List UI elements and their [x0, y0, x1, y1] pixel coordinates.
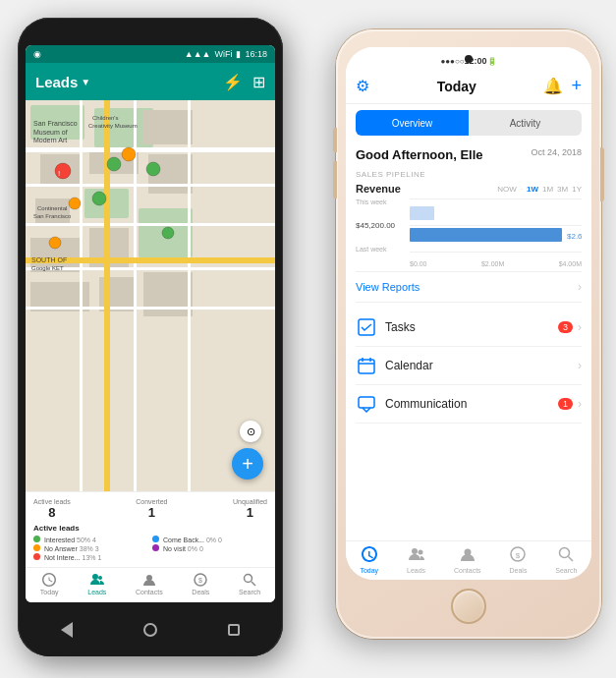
android-time: 16:18 — [245, 49, 267, 59]
tasks-list-item[interactable]: Tasks 3 › — [356, 309, 582, 347]
noanswer-label: No Answer — [44, 545, 78, 552]
calendar-icon — [356, 355, 377, 376]
activity-label: Activity — [510, 118, 541, 129]
ios-leads-label: Leads — [407, 567, 425, 574]
unqualified-stat: Unqualified 1 — [233, 498, 267, 520]
period-now[interactable]: NOW — [497, 185, 517, 194]
android-wifi-icon: WiFi — [214, 49, 232, 59]
svg-point-37 — [92, 192, 106, 205]
ios-phone: ●●●○○ 12:00 🔋 ⚙ Today 🔔 + Overview Acti — [336, 29, 601, 639]
notinterested-label: Not Intere... — [44, 554, 81, 561]
ios-vol-up-button[interactable] — [333, 128, 337, 152]
calendar-list-item[interactable]: Calendar › — [356, 347, 582, 385]
plus-icon[interactable]: + — [571, 76, 582, 96]
notinterested-percent: 13% 1 — [82, 554, 101, 561]
android-stats: Active leads 8 Converted 1 Unqualified 1… — [26, 491, 275, 567]
ios-vol-down-button[interactable] — [333, 161, 337, 198]
bell-icon[interactable]: 🔔 — [543, 77, 563, 95]
home-button[interactable] — [140, 619, 161, 641]
x-label-2m: $2.00M — [481, 260, 504, 267]
novisit-percent: 0% 0 — [188, 545, 203, 552]
active-leads-label: Active leads — [33, 498, 71, 505]
calendar-chevron: › — [578, 359, 582, 372]
period-selector: NOW · 1W 1M 3M 1Y — [497, 185, 582, 194]
contacts-tab-label: Contacts — [136, 589, 163, 595]
ios-carrier: ●●●○○ — [440, 57, 464, 66]
android-status-right: ▲▲▲ WiFi ▮ 16:18 — [185, 49, 267, 59]
communication-list-item[interactable]: Communication 1 › — [356, 385, 582, 424]
converted-label: Converted — [136, 498, 167, 505]
ios-power-button[interactable] — [600, 147, 604, 201]
svg-rect-20 — [80, 100, 83, 491]
ios-tab-today[interactable]: Today — [360, 546, 378, 577]
svg-text:San Francisco: San Francisco — [33, 120, 78, 127]
svg-point-35 — [107, 157, 121, 171]
x-axis-labels: $0.00 $2.00M $4.00M — [410, 260, 582, 267]
communication-icon — [356, 393, 377, 415]
ios-tab-leads[interactable]: Leads — [407, 546, 425, 577]
svg-point-43 — [92, 574, 98, 580]
svg-line-65 — [569, 557, 574, 562]
period-1w[interactable]: 1W — [527, 185, 538, 194]
map-compass-button[interactable]: ⊙ — [240, 421, 261, 442]
ios-deals-label: Deals — [510, 567, 528, 574]
svg-point-36 — [146, 162, 160, 176]
activity-segment[interactable]: Activity — [469, 110, 582, 136]
chart-bars: $2.671M — [410, 198, 582, 253]
today-tab-label: Today — [40, 589, 59, 595]
period-1m[interactable]: 1M — [542, 185, 553, 194]
tasks-icon — [356, 316, 377, 338]
period-1y[interactable]: 1Y — [572, 185, 582, 194]
converted-value: 1 — [136, 505, 167, 520]
period-3m[interactable]: 3M — [557, 185, 568, 194]
ios-tab-deals[interactable]: $ Deals — [510, 546, 528, 577]
svg-line-49 — [252, 582, 255, 586]
ios-today-icon — [362, 546, 377, 565]
scene: ◉ ▲▲▲ WiFi ▮ 16:18 Leads ▼ ⚡ ⊞ — [0, 0, 616, 678]
android-dropdown-icon[interactable]: ▼ — [81, 77, 90, 87]
ios-contacts-label: Contacts — [454, 567, 481, 574]
chart-title: Revenue — [356, 183, 401, 195]
filter-icon[interactable]: ⚡ — [223, 73, 243, 91]
deals-icon: $ — [193, 572, 208, 588]
android-tab-leads[interactable]: Leads — [87, 572, 106, 600]
active-leads-stat: Active leads 8 — [33, 498, 71, 520]
x-label-4m: $4.00M — [559, 260, 582, 267]
overview-segment[interactable]: Overview — [356, 110, 469, 136]
stats-row: Active leads 8 Converted 1 Unqualified 1 — [33, 498, 267, 520]
ios-greeting-row: Good Afternoon, Elle Oct 24, 2018 — [356, 147, 582, 162]
add-lead-fab[interactable]: + — [232, 448, 263, 480]
legend-item-comeback: Come Back... 0% 0 — [152, 536, 267, 543]
svg-point-40 — [162, 227, 174, 239]
recent-button[interactable] — [223, 619, 245, 641]
overview-label: Overview — [392, 118, 433, 129]
leads-tab-label: Leads — [87, 589, 106, 595]
android-tab-contacts[interactable]: Contacts — [136, 572, 163, 600]
ios-content: Good Afternoon, Elle Oct 24, 2018 SALES … — [346, 141, 591, 540]
svg-rect-17 — [26, 223, 275, 226]
svg-text:$: $ — [198, 577, 202, 584]
layers-icon[interactable]: ⊞ — [252, 73, 265, 91]
communication-chevron: › — [578, 397, 582, 411]
back-button[interactable] — [56, 619, 78, 641]
novisit-label: No visit — [163, 545, 186, 552]
ios-tab-search[interactable]: Search — [555, 546, 577, 577]
svg-rect-54 — [359, 360, 374, 373]
svg-rect-7 — [143, 110, 193, 144]
svg-text:Museum of: Museum of — [33, 129, 68, 136]
interested-dot — [33, 536, 40, 542]
svg-point-48 — [245, 575, 252, 583]
svg-point-60 — [418, 550, 422, 555]
ios-tab-contacts[interactable]: Contacts — [454, 546, 481, 577]
android-tab-search[interactable]: Search — [239, 572, 260, 600]
view-reports-button[interactable]: View Reports › — [356, 271, 582, 303]
android-tab-today[interactable]: Today — [40, 572, 59, 600]
svg-point-39 — [69, 198, 81, 209]
android-tab-deals[interactable]: $ Deals — [192, 572, 209, 600]
svg-point-64 — [560, 548, 570, 558]
svg-rect-53 — [359, 319, 374, 335]
ios-home-button[interactable] — [451, 589, 486, 624]
gear-icon[interactable]: ⚙ — [356, 77, 369, 95]
ios-camera — [465, 55, 473, 63]
converted-stat: Converted 1 — [136, 498, 167, 520]
